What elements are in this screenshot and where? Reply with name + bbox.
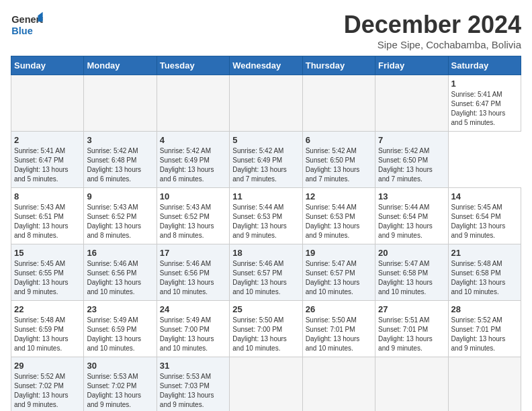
cell-sunrise: Sunrise: 5:52 AM: [14, 373, 65, 380]
calendar-cell: 24 Sunrise: 5:49 AM Sunset: 7:00 PM Dayl…: [157, 301, 229, 357]
cell-sunrise: Sunrise: 5:48 AM: [451, 260, 502, 267]
calendar-cell: 22 Sunrise: 5:48 AM Sunset: 6:59 PM Dayl…: [11, 301, 84, 357]
cell-daylight: Daylight: 13 hours and 10 minutes.: [160, 335, 214, 352]
cell-sunrise: Sunrise: 5:45 AM: [451, 203, 502, 211]
cell-sunrise: Sunrise: 5:52 AM: [451, 316, 502, 324]
calendar-cell: 15 Sunrise: 5:45 AM Sunset: 6:55 PM Dayl…: [11, 244, 84, 301]
calendar-cell: [448, 357, 521, 412]
day-number: 28: [451, 304, 518, 314]
cell-sunset: Sunset: 6:47 PM: [14, 156, 64, 164]
cell-sunset: Sunset: 6:49 PM: [232, 156, 282, 164]
cell-sunrise: Sunrise: 5:53 AM: [160, 373, 211, 380]
week-row-1: 1 Sunrise: 5:41 AM Sunset: 6:47 PM Dayli…: [11, 75, 521, 132]
cell-sunrise: Sunrise: 5:47 AM: [306, 260, 357, 267]
cell-daylight: Daylight: 13 hours and 10 minutes.: [306, 279, 360, 295]
calendar-cell: 29 Sunrise: 5:52 AM Sunset: 7:02 PM Dayl…: [11, 357, 84, 412]
day-number: 12: [306, 191, 372, 201]
cell-sunrise: Sunrise: 5:42 AM: [306, 147, 357, 154]
cell-sunrise: Sunrise: 5:41 AM: [451, 91, 502, 98]
cell-daylight: Daylight: 13 hours and 5 minutes.: [14, 166, 69, 183]
cell-sunrise: Sunrise: 5:44 AM: [378, 203, 429, 211]
calendar-body: 1 Sunrise: 5:41 AM Sunset: 6:47 PM Dayli…: [11, 75, 521, 412]
day-number: 24: [160, 304, 226, 314]
cell-daylight: Daylight: 13 hours and 7 minutes.: [232, 166, 287, 183]
svg-text:Blue: Blue: [11, 26, 33, 36]
days-header-row: SundayMondayTuesdayWednesdayThursdayFrid…: [11, 56, 521, 75]
cell-sunrise: Sunrise: 5:50 AM: [306, 316, 357, 324]
calendar-cell: 25 Sunrise: 5:50 AM Sunset: 7:00 PM Dayl…: [230, 301, 302, 357]
cell-sunset: Sunset: 6:54 PM: [378, 213, 428, 220]
week-row-5: 22 Sunrise: 5:48 AM Sunset: 6:59 PM Dayl…: [11, 301, 521, 357]
cell-daylight: Daylight: 13 hours and 10 minutes.: [160, 279, 214, 295]
cell-sunrise: Sunrise: 5:42 AM: [232, 147, 283, 154]
location-subtitle: Sipe Sipe, Cochabamba, Bolivia: [344, 39, 521, 50]
calendar-cell: [302, 75, 375, 132]
calendar-cell: [11, 75, 84, 132]
logo-icon: General Blue: [11, 11, 43, 38]
cell-sunset: Sunset: 6:59 PM: [14, 326, 64, 333]
calendar-cell: [157, 75, 229, 132]
cell-sunset: Sunset: 6:57 PM: [306, 269, 355, 277]
cell-daylight: Daylight: 13 hours and 9 minutes.: [378, 222, 433, 239]
cell-sunrise: Sunrise: 5:41 AM: [14, 147, 65, 154]
calendar-cell: 16 Sunrise: 5:46 AM Sunset: 6:56 PM Dayl…: [84, 244, 157, 301]
cell-sunset: Sunset: 6:49 PM: [160, 156, 210, 164]
calendar-cell: 9 Sunrise: 5:43 AM Sunset: 6:52 PM Dayli…: [84, 188, 157, 244]
title-block: December 2024 Sipe Sipe, Cochabamba, Bol…: [344, 11, 521, 50]
cell-sunrise: Sunrise: 5:43 AM: [14, 203, 65, 211]
cell-sunrise: Sunrise: 5:44 AM: [306, 203, 357, 211]
cell-daylight: Daylight: 13 hours and 9 minutes.: [451, 222, 506, 239]
cell-sunrise: Sunrise: 5:53 AM: [87, 373, 138, 380]
calendar-cell: 30 Sunrise: 5:53 AM Sunset: 7:02 PM Dayl…: [84, 357, 157, 412]
day-number: 16: [87, 248, 153, 258]
cell-sunset: Sunset: 7:00 PM: [160, 326, 210, 333]
cell-daylight: Daylight: 13 hours and 8 minutes.: [160, 222, 214, 239]
calendar-cell: 6 Sunrise: 5:42 AM Sunset: 6:50 PM Dayli…: [302, 132, 375, 188]
day-number: 18: [232, 248, 299, 258]
day-number: 6: [306, 135, 372, 145]
cell-sunrise: Sunrise: 5:48 AM: [14, 316, 65, 324]
day-number: 19: [306, 248, 372, 258]
calendar-cell: 27 Sunrise: 5:51 AM Sunset: 7:01 PM Dayl…: [375, 301, 448, 357]
cell-sunset: Sunset: 6:58 PM: [451, 269, 501, 277]
cell-sunrise: Sunrise: 5:46 AM: [232, 260, 283, 267]
day-number: 9: [87, 191, 153, 201]
calendar-cell: [230, 357, 302, 412]
cell-daylight: Daylight: 13 hours and 9 minutes.: [160, 392, 214, 408]
cell-daylight: Daylight: 13 hours and 8 minutes.: [87, 222, 141, 239]
calendar-cell: 10 Sunrise: 5:43 AM Sunset: 6:52 PM Dayl…: [157, 188, 229, 244]
day-number: 23: [87, 304, 153, 314]
day-header-wednesday: Wednesday: [230, 56, 302, 75]
cell-sunset: Sunset: 6:59 PM: [87, 326, 136, 333]
cell-sunrise: Sunrise: 5:42 AM: [378, 147, 429, 154]
cell-sunset: Sunset: 6:51 PM: [14, 213, 64, 220]
cell-sunset: Sunset: 6:57 PM: [232, 269, 282, 277]
cell-daylight: Daylight: 13 hours and 8 minutes.: [14, 222, 69, 239]
cell-sunset: Sunset: 6:56 PM: [160, 269, 210, 277]
week-row-4: 15 Sunrise: 5:45 AM Sunset: 6:55 PM Dayl…: [11, 244, 521, 301]
logo: General Blue: [11, 11, 46, 38]
cell-sunrise: Sunrise: 5:49 AM: [87, 316, 138, 324]
day-number: 17: [160, 248, 226, 258]
calendar-cell: 5 Sunrise: 5:42 AM Sunset: 6:49 PM Dayli…: [230, 132, 302, 188]
cell-sunset: Sunset: 6:52 PM: [160, 213, 210, 220]
day-header-thursday: Thursday: [302, 56, 375, 75]
day-number: 11: [232, 191, 299, 201]
day-header-saturday: Saturday: [448, 56, 521, 75]
day-number: 26: [306, 304, 372, 314]
calendar-cell: 23 Sunrise: 5:49 AM Sunset: 6:59 PM Dayl…: [84, 301, 157, 357]
cell-daylight: Daylight: 13 hours and 10 minutes.: [87, 335, 141, 352]
week-row-2: 2 Sunrise: 5:41 AM Sunset: 6:47 PM Dayli…: [11, 132, 521, 188]
calendar-cell: 19 Sunrise: 5:47 AM Sunset: 6:57 PM Dayl…: [302, 244, 375, 301]
cell-sunrise: Sunrise: 5:42 AM: [87, 147, 138, 154]
calendar-cell: 8 Sunrise: 5:43 AM Sunset: 6:51 PM Dayli…: [11, 188, 84, 244]
cell-sunset: Sunset: 7:02 PM: [14, 382, 64, 390]
cell-sunset: Sunset: 7:03 PM: [160, 382, 210, 390]
day-number: 15: [14, 248, 81, 258]
cell-sunrise: Sunrise: 5:43 AM: [160, 203, 211, 211]
week-row-3: 8 Sunrise: 5:43 AM Sunset: 6:51 PM Dayli…: [11, 188, 521, 244]
day-number: 10: [160, 191, 226, 201]
cell-sunrise: Sunrise: 5:50 AM: [232, 316, 283, 324]
day-number: 1: [451, 79, 518, 89]
cell-sunrise: Sunrise: 5:42 AM: [160, 147, 211, 154]
